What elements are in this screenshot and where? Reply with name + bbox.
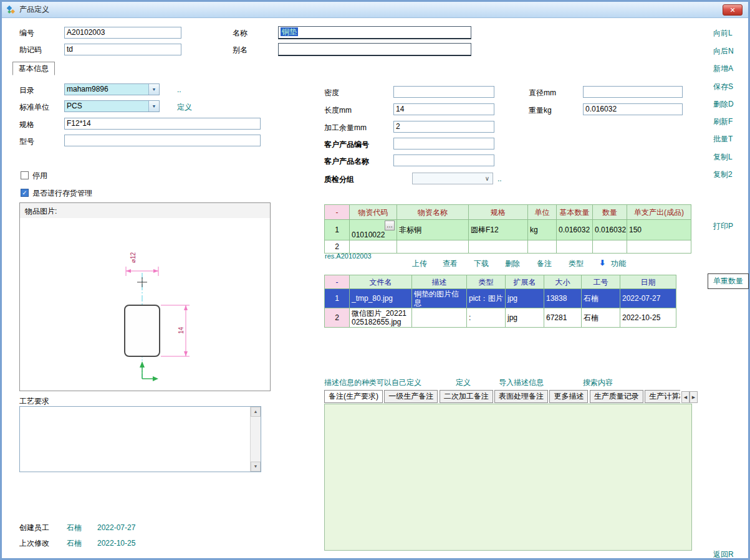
file-ext-cell[interactable]: jpg xyxy=(506,308,544,328)
desc-tab-more[interactable]: 更多描述 xyxy=(549,390,588,403)
file-type-cell[interactable]: pict：图片 xyxy=(467,289,506,308)
model-input[interactable] xyxy=(64,135,261,146)
unit-combobox[interactable]: PCS ▼ xyxy=(64,100,160,112)
qc-group-combobox[interactable]: ∨ xyxy=(412,173,493,184)
allowance-input[interactable]: 2 xyxy=(393,121,494,133)
file-size-cell[interactable]: 13838 xyxy=(544,289,582,308)
function-link[interactable]: 功能 xyxy=(611,259,626,269)
material-unit-cell[interactable]: kg xyxy=(528,220,557,240)
file-date-cell[interactable]: 2022-07-27 xyxy=(620,289,676,308)
file-row[interactable]: 1 _tmp_80.jpg 铜垫的图片信息 pict：图片 jpg 13838 … xyxy=(325,289,676,308)
density-input[interactable] xyxy=(393,86,494,98)
tab-scroll-right-icon[interactable]: ▶ xyxy=(690,391,698,403)
process-scrollbar[interactable]: ▲ ▼ xyxy=(250,407,261,472)
alias-input[interactable] xyxy=(278,43,471,56)
description-define-link[interactable]: 定义 xyxy=(456,377,471,388)
function-arrow-icon: ⬇ xyxy=(599,259,605,267)
material-spec-cell[interactable] xyxy=(469,240,528,254)
material-output-cell[interactable] xyxy=(627,240,691,254)
stop-label: 停用 xyxy=(32,171,47,181)
material-baseqty-cell[interactable]: 0.016032 xyxy=(557,220,593,240)
scroll-down-button[interactable]: ▼ xyxy=(251,462,261,472)
upload-link[interactable]: 上传 xyxy=(412,259,427,269)
material-spec-cell[interactable]: 圆棒F12 xyxy=(469,220,528,240)
customer-code-input[interactable] xyxy=(393,138,494,149)
file-name-cell[interactable]: _tmp_80.jpg xyxy=(350,289,412,308)
tab-scroll-left-icon[interactable]: ◀ xyxy=(681,391,690,403)
inventory-checkbox[interactable]: ✓ xyxy=(21,189,29,197)
prev-button[interactable]: 向前L xyxy=(713,28,733,39)
unit-weight-qty-button[interactable]: 单重数量 xyxy=(708,273,749,289)
desc-tab-material-calc[interactable]: 生产计算材料 xyxy=(645,390,680,403)
desc-tab-secondary-notes[interactable]: 二次加工备注 xyxy=(440,390,493,403)
material-name-cell[interactable] xyxy=(397,240,469,254)
material-qty-cell[interactable]: 0.016032 xyxy=(593,220,627,240)
desc-tab-quality-record[interactable]: 生产质量记录 xyxy=(590,390,643,403)
unit-define-link[interactable]: 定义 xyxy=(177,102,192,113)
chevron-down-icon[interactable]: ▼ xyxy=(148,84,159,95)
close-button[interactable]: ✕ xyxy=(723,4,743,16)
length-input[interactable]: 14 xyxy=(393,103,494,115)
save-button[interactable]: 保存S xyxy=(713,82,733,92)
catalog-more-button[interactable]: .. xyxy=(177,85,181,94)
refresh-button[interactable]: 刷新F xyxy=(713,116,733,127)
delete-file-link[interactable]: 删除 xyxy=(505,259,520,269)
file-ext-cell[interactable]: jpg xyxy=(506,289,544,308)
add-button[interactable]: 新增A xyxy=(713,64,733,74)
chevron-down-icon[interactable]: ∨ xyxy=(482,173,493,184)
row-number-cell: 1 xyxy=(325,289,350,308)
desc-tab-level1-notes[interactable]: 一级生产备注 xyxy=(384,390,438,403)
file-worker-cell[interactable]: 石楠 xyxy=(582,308,620,328)
material-code-cell[interactable] xyxy=(350,240,397,254)
weight-input[interactable]: 0.016032 xyxy=(583,103,683,115)
delete-button[interactable]: 删除D xyxy=(713,99,734,110)
customer-name-input[interactable] xyxy=(393,154,494,166)
download-link[interactable]: 下载 xyxy=(474,259,489,269)
desc-tab-production-notes[interactable]: 备注(生产要求) xyxy=(324,390,383,403)
back-button[interactable]: 返回R xyxy=(713,549,734,560)
view-link[interactable]: 查看 xyxy=(443,259,458,269)
materials-row[interactable]: 1 … 01010022 非标铜 圆棒F12 kg 0.016032 0.016… xyxy=(325,220,691,240)
allowance-label: 加工余量mm xyxy=(324,123,367,133)
material-code-cell[interactable]: … 01010022 xyxy=(350,220,397,240)
material-qty-cell[interactable] xyxy=(593,240,627,254)
file-desc-cell[interactable] xyxy=(412,308,467,328)
material-code-lookup-button[interactable]: … xyxy=(385,221,395,230)
spec-input[interactable]: F12*14 xyxy=(64,118,261,130)
material-name-cell[interactable]: 非标铜 xyxy=(397,220,469,240)
tab-basic-info[interactable]: 基本信息 xyxy=(12,62,55,75)
batch-button[interactable]: 批量T xyxy=(713,134,733,145)
catalog-combobox[interactable]: maham9896 ▼ xyxy=(64,83,160,95)
process-textarea[interactable]: ▲ ▼ xyxy=(19,406,261,472)
file-size-cell[interactable]: 67281 xyxy=(544,308,582,328)
chevron-down-icon[interactable]: ▼ xyxy=(148,101,159,112)
type-link[interactable]: 类型 xyxy=(569,259,584,269)
file-date-cell[interactable]: 2022-10-25 xyxy=(620,308,676,328)
copy2-button[interactable]: 复制2 xyxy=(713,169,733,180)
materials-row[interactable]: 2 xyxy=(325,240,691,254)
mnemonic-input[interactable]: td xyxy=(64,44,181,55)
file-type-cell[interactable]: : xyxy=(467,308,506,328)
remark-link[interactable]: 备注 xyxy=(537,259,552,269)
diameter-input[interactable] xyxy=(583,86,683,98)
file-worker-cell[interactable]: 石楠 xyxy=(582,289,620,308)
description-search-link[interactable]: 搜索内容 xyxy=(583,377,613,388)
copy-button[interactable]: 复制L xyxy=(713,152,733,163)
material-unit-cell[interactable] xyxy=(528,240,557,254)
stop-checkbox[interactable] xyxy=(21,171,29,179)
file-row[interactable]: 2 微信图片_20221025182655.jpg : jpg 67281 石楠… xyxy=(325,308,676,328)
scroll-up-button[interactable]: ▲ xyxy=(251,407,261,417)
description-import-link[interactable]: 导入描述信息 xyxy=(499,377,544,388)
qc-group-more-button[interactable]: .. xyxy=(498,174,502,183)
next-button[interactable]: 向后N xyxy=(713,46,734,57)
name-input[interactable]: 铜垫 xyxy=(278,26,471,39)
description-textarea[interactable] xyxy=(324,404,692,551)
material-baseqty-cell[interactable] xyxy=(557,240,593,254)
file-desc-cell[interactable]: 铜垫的图片信息 xyxy=(412,289,467,308)
titlebar[interactable]: 产品定义 xyxy=(2,2,748,18)
print-button[interactable]: 打印P xyxy=(713,221,733,232)
material-output-cell[interactable]: 150 xyxy=(627,220,691,240)
code-input[interactable]: A20102003 xyxy=(64,27,181,39)
desc-tab-surface-notes[interactable]: 表面处理备注 xyxy=(494,390,548,403)
file-name-cell[interactable]: 微信图片_20221025182655.jpg xyxy=(350,308,412,328)
